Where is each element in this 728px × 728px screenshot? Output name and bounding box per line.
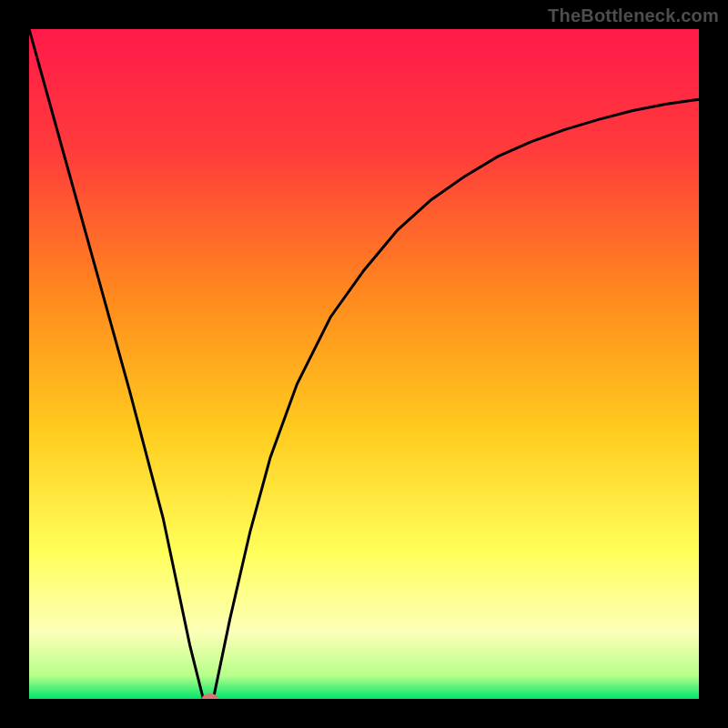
attribution-label: TheBottleneck.com bbox=[548, 5, 719, 26]
bottleneck-curve-plot bbox=[29, 29, 699, 699]
gradient-background bbox=[29, 29, 699, 699]
chart-frame: TheBottleneck.com bbox=[0, 0, 728, 728]
